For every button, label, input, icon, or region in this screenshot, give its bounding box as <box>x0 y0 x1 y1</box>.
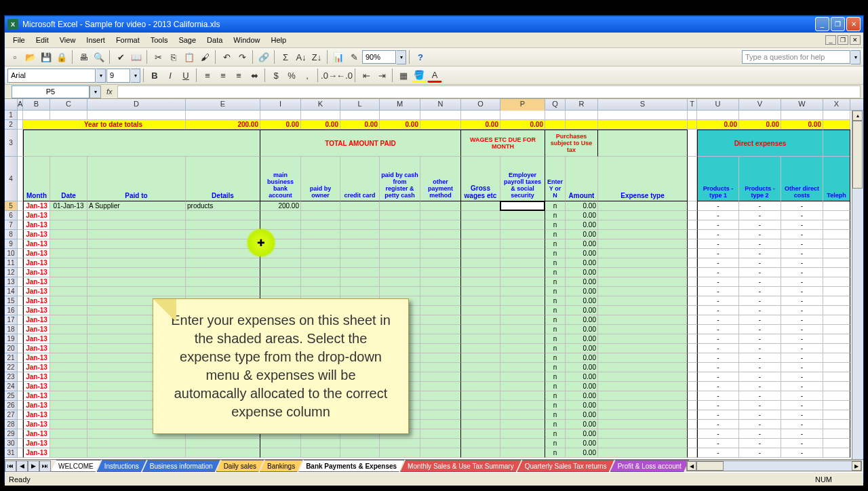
cell-W9[interactable]: - <box>781 239 823 249</box>
cell-E30[interactable] <box>186 439 260 448</box>
cell-N22[interactable] <box>420 363 461 372</box>
cell-M8[interactable] <box>380 230 420 239</box>
cell-M12[interactable] <box>380 268 420 277</box>
cell-B13[interactable]: Jan-13 <box>23 277 50 287</box>
cell-N28[interactable] <box>420 420 461 429</box>
cell-D12[interactable] <box>87 268 186 277</box>
font-dropdown[interactable]: ▾ <box>96 68 106 83</box>
cell-U6[interactable]: - <box>697 211 739 220</box>
colhdr-R[interactable]: Amount <box>566 157 598 201</box>
menu-format[interactable]: Format <box>111 35 145 45</box>
cell-U13[interactable]: - <box>697 277 739 287</box>
row-header-13[interactable]: 13 <box>5 277 18 287</box>
col-header-K[interactable]: K <box>301 99 340 111</box>
cell-R5[interactable]: 0.00 <box>566 201 598 211</box>
total-M[interactable]: 0.00 <box>380 120 420 130</box>
cell-B30[interactable]: Jan-13 <box>23 439 50 448</box>
zoom-dropdown[interactable]: ▾ <box>397 50 406 64</box>
cell-P18[interactable] <box>500 325 545 334</box>
cell-S5[interactable] <box>598 201 688 211</box>
cell-U20[interactable]: - <box>697 344 739 353</box>
permission-icon[interactable]: 🔒 <box>54 50 69 64</box>
preview-icon[interactable]: 🔍 <box>92 50 106 64</box>
col-header-Q[interactable]: Q <box>545 99 566 111</box>
cell-X25[interactable] <box>823 391 850 401</box>
cell-W24[interactable]: - <box>781 382 823 391</box>
font-size[interactable]: 9 <box>106 68 130 83</box>
col-header-S[interactable]: S <box>598 99 688 111</box>
row-header-8[interactable]: 8 <box>5 230 18 239</box>
cell-R16[interactable]: 0.00 <box>566 306 598 315</box>
colhdr-U[interactable]: Products - type 1 <box>697 157 739 201</box>
cell-V18[interactable]: - <box>739 325 781 334</box>
cell-D14[interactable] <box>87 287 186 296</box>
cell-X19[interactable] <box>823 334 850 344</box>
cell-D5[interactable]: A Supplier <box>87 201 186 211</box>
cell-P31[interactable] <box>500 448 545 458</box>
cell-B28[interactable]: Jan-13 <box>23 420 50 429</box>
cell-V7[interactable]: - <box>739 220 781 230</box>
cell-Q10[interactable]: n <box>545 249 566 258</box>
cell-P9[interactable] <box>500 239 545 249</box>
cell-O30[interactable] <box>461 439 500 448</box>
copy-icon[interactable]: ⎘ <box>166 50 181 64</box>
cell-B8[interactable]: Jan-13 <box>23 230 50 239</box>
align-left-icon[interactable]: ≡ <box>200 68 215 83</box>
cell-D6[interactable] <box>87 211 186 220</box>
row-header-1[interactable]: 1 <box>5 111 18 120</box>
cell-P21[interactable] <box>500 353 545 363</box>
percent-icon[interactable]: % <box>284 68 299 83</box>
cell-S19[interactable] <box>598 334 688 344</box>
help-dropdown[interactable]: ▾ <box>851 50 861 64</box>
sheet-tab-quarterly-sales-tax-returns[interactable]: Quarterly Sales Tax returns <box>517 460 614 472</box>
cell-O25[interactable] <box>461 391 500 401</box>
cell-Q8[interactable]: n <box>545 230 566 239</box>
row-header-16[interactable]: 16 <box>5 306 18 315</box>
cell-K13[interactable] <box>301 277 340 287</box>
cell-N14[interactable] <box>420 287 461 296</box>
cell-C11[interactable] <box>50 258 87 268</box>
cell-I11[interactable] <box>260 258 301 268</box>
cell-U17[interactable]: - <box>697 315 739 325</box>
cell-V30[interactable]: - <box>739 439 781 448</box>
row-header-6[interactable]: 6 <box>5 211 18 220</box>
cell-S10[interactable] <box>598 249 688 258</box>
row-header-31[interactable]: 31 <box>5 448 18 458</box>
cell-V5[interactable]: - <box>739 201 781 211</box>
cell-P10[interactable] <box>500 249 545 258</box>
cell-C31[interactable] <box>50 448 87 458</box>
cell-K7[interactable] <box>301 220 340 230</box>
colhdr-M[interactable]: paid by cash from register & petty cash <box>380 157 420 201</box>
row-header-30[interactable]: 30 <box>5 439 18 448</box>
cell-S20[interactable] <box>598 344 688 353</box>
hscroll-right-button[interactable]: ▶ <box>852 461 861 471</box>
cell-Q27[interactable]: n <box>545 410 566 420</box>
cell-W11[interactable]: - <box>781 258 823 268</box>
cell-W30[interactable]: - <box>781 439 823 448</box>
cell-V22[interactable]: - <box>739 363 781 372</box>
colhdr-I[interactable]: main business bank account <box>260 157 301 201</box>
cell-X16[interactable] <box>823 306 850 315</box>
cell-C8[interactable] <box>50 230 87 239</box>
cell-V12[interactable]: - <box>739 268 781 277</box>
cell-N19[interactable] <box>420 334 461 344</box>
menu-edit[interactable]: Edit <box>31 35 54 45</box>
italic-icon[interactable]: I <box>163 68 178 83</box>
cell-X21[interactable] <box>823 353 850 363</box>
fx-icon[interactable]: fx <box>101 87 117 96</box>
cell-M9[interactable] <box>380 239 420 249</box>
total-X[interactable] <box>823 120 850 130</box>
cell-N27[interactable] <box>420 410 461 420</box>
row-header-10[interactable]: 10 <box>5 249 18 258</box>
size-dropdown[interactable]: ▾ <box>131 68 140 83</box>
cell-U18[interactable]: - <box>697 325 739 334</box>
cell-O9[interactable] <box>461 239 500 249</box>
hdr-blank-left[interactable] <box>23 130 260 157</box>
cell-W18[interactable]: - <box>781 325 823 334</box>
cell-V26[interactable]: - <box>739 401 781 410</box>
cell-K5[interactable] <box>301 201 340 211</box>
cell-B29[interactable]: Jan-13 <box>23 429 50 439</box>
cell-N16[interactable] <box>420 306 461 315</box>
sheet-tab-welcome[interactable]: WELCOME <box>51 460 101 472</box>
paste-icon[interactable]: 📋 <box>182 50 197 64</box>
